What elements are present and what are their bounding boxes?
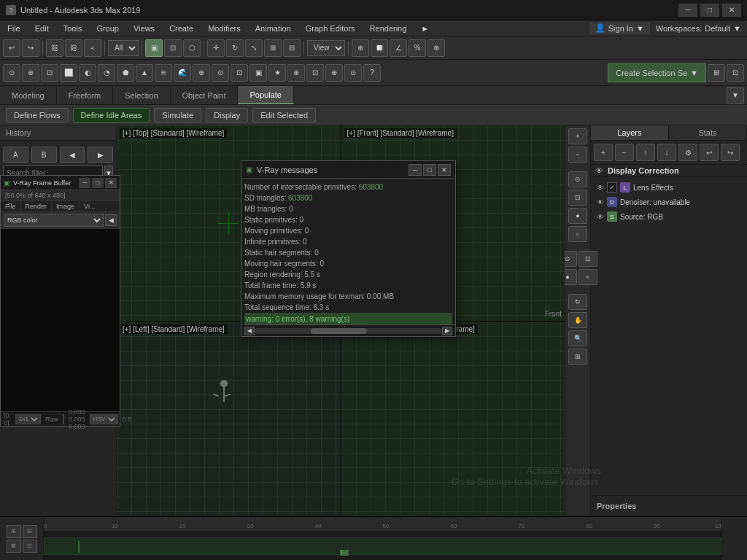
define-idle-button[interactable]: Define Idle Areas <box>73 108 150 122</box>
angle-snap-button[interactable]: ∠ <box>390 39 407 57</box>
r-add-button[interactable]: + <box>594 144 613 161</box>
link-button[interactable]: ⛓ <box>46 39 63 57</box>
tb-top-19[interactable]: ⊙ <box>344 64 362 82</box>
close-button[interactable]: ✕ <box>722 4 741 17</box>
tab-options-button[interactable]: ▼ <box>727 87 744 104</box>
tb-top-9[interactable]: ≋ <box>155 64 172 82</box>
vray-scrollbar-h[interactable]: ◀ ▶ <box>241 324 455 336</box>
stats-tab[interactable]: Stats <box>669 125 747 140</box>
r-up-button[interactable]: ↑ <box>636 144 655 161</box>
menu-edit[interactable]: Edit <box>28 20 56 36</box>
tb-top-8[interactable]: ▲ <box>136 64 153 82</box>
denoiser-visibility-icon[interactable]: 👁 <box>597 198 604 206</box>
unlink-button[interactable]: ⛓ <box>65 39 82 57</box>
tb-top-20[interactable]: ? <box>363 64 381 82</box>
nav-pan[interactable]: ✋ <box>568 312 587 328</box>
nav-view3-button[interactable]: ○ <box>568 226 587 242</box>
menu-modifiers[interactable]: Modifiers <box>201 20 248 36</box>
scale-button[interactable]: ⤡ <box>245 39 263 57</box>
tb-top-17[interactable]: ⊡ <box>306 64 324 82</box>
lens-visibility-icon[interactable]: 👁 <box>597 184 604 192</box>
nav-plus-button[interactable]: + <box>568 128 587 144</box>
vfb-maximize[interactable]: □ <box>92 178 104 188</box>
history-b-button[interactable]: B <box>31 147 57 163</box>
tb-top-12[interactable]: ⊙ <box>212 64 229 82</box>
define-flows-button[interactable]: Define Flows <box>6 108 69 122</box>
edit-selected-button[interactable]: Edit Selected <box>252 108 316 122</box>
nav-zoom[interactable]: 🔍 <box>568 330 587 346</box>
tb-top-4[interactable]: ⬜ <box>60 64 77 82</box>
vfb-titlebar[interactable]: ▣ V-Ray Frame Buffer ─ □ ✕ <box>1 176 120 190</box>
menu-create[interactable]: Create <box>162 20 201 36</box>
vray-maximize[interactable]: □ <box>423 164 436 176</box>
nav-view1-button[interactable]: ⊡ <box>568 190 587 206</box>
vray-close[interactable]: ✕ <box>438 164 451 176</box>
vfb-close[interactable]: ✕ <box>105 178 117 188</box>
select-region-button[interactable]: ⊡ <box>164 39 182 57</box>
nav-sphere-button[interactable]: ⊙ <box>568 171 587 187</box>
tb-extra-2[interactable]: ⊡ <box>727 64 744 82</box>
view-dropdown[interactable]: View <box>307 40 345 56</box>
vfb-tab-file[interactable]: File <box>1 201 21 211</box>
filter-dropdown[interactable]: All <box>108 40 139 56</box>
menu-group[interactable]: Group <box>89 20 126 36</box>
minimize-button[interactable]: ─ <box>678 4 697 17</box>
viewport-left[interactable]: [+] [Left] [Standard] [Wireframe] <box>117 322 341 517</box>
percent-snap-button[interactable]: % <box>409 39 426 57</box>
tb-top-15[interactable]: ★ <box>268 64 286 82</box>
rotate-button[interactable]: ↻ <box>226 39 244 57</box>
menu-tools[interactable]: Tools <box>56 20 90 36</box>
menu-rendering[interactable]: Rendering <box>363 20 414 36</box>
tb-top-1[interactable]: ⊙ <box>3 64 20 82</box>
history-next-button[interactable]: ▶ <box>88 147 113 163</box>
tb-top-18[interactable]: ⊕ <box>325 64 343 82</box>
mirror-button[interactable]: ⊞ <box>264 39 282 57</box>
menu-views[interactable]: Views <box>126 20 162 36</box>
tab-modeling[interactable]: Modeling <box>0 86 57 104</box>
vfb-minimize[interactable]: ─ <box>79 178 90 188</box>
visibility-icon[interactable]: 👁 <box>595 166 603 175</box>
tab-freeform[interactable]: Freeform <box>57 86 114 104</box>
tb-top-14[interactable]: ▣ <box>249 64 267 82</box>
select-object-button[interactable]: ▣ <box>145 39 163 57</box>
snap-toggle-button[interactable]: 🔲 <box>371 39 388 57</box>
maximize-button[interactable]: □ <box>700 4 719 17</box>
layer-button[interactable]: ⊕ <box>352 39 369 57</box>
r-settings-button[interactable]: ⚙ <box>678 144 697 161</box>
tb-top-5[interactable]: ◐ <box>79 64 96 82</box>
select-lasso-button[interactable]: ⬡ <box>183 39 201 57</box>
scroll-right-button[interactable]: ▶ <box>442 327 452 335</box>
timeline-bar[interactable] <box>44 532 721 560</box>
r-down-button[interactable]: ↓ <box>657 144 676 161</box>
nav-minus-button[interactable]: − <box>568 147 587 163</box>
tb-top-7[interactable]: ⬟ <box>117 64 134 82</box>
align-button[interactable]: ⊟ <box>283 39 301 57</box>
create-selection-button[interactable]: Create Selection Se ▼ <box>608 63 706 82</box>
nav-r4[interactable]: ≈ <box>578 269 597 285</box>
r-delete-button[interactable]: − <box>615 144 634 161</box>
nav-maximize[interactable]: ⊞ <box>568 349 587 365</box>
spinner-snap-button[interactable]: ⊕ <box>427 39 445 57</box>
history-a-button[interactable]: A <box>3 147 28 163</box>
scroll-left-button[interactable]: ◀ <box>244 327 255 335</box>
tb-top-6[interactable]: ◔ <box>98 64 115 82</box>
vfb-tab-view[interactable]: Vi... <box>80 201 99 211</box>
tb-top-11[interactable]: ⊕ <box>193 64 210 82</box>
layers-tab[interactable]: Layers <box>591 125 669 140</box>
tab-populate[interactable]: Populate <box>238 86 293 104</box>
tb-extra-1[interactable]: ⊞ <box>708 64 725 82</box>
nav-r2[interactable]: ⊡ <box>578 251 597 267</box>
lens-checkbox[interactable]: ✓ <box>607 182 617 192</box>
tb-top-16[interactable]: ⊕ <box>287 64 305 82</box>
r-undo-button[interactable]: ↩ <box>700 144 719 161</box>
vfb-size-select[interactable]: 1x1 <box>15 414 41 424</box>
tab-selection[interactable]: Selection <box>113 86 170 104</box>
nav-view2-button[interactable]: ● <box>568 208 587 224</box>
menu-file[interactable]: File <box>0 20 28 36</box>
vfb-options-button[interactable]: ◀ <box>105 214 117 226</box>
vfb-colorspace-select[interactable]: HSV <box>90 414 118 424</box>
bind-button[interactable]: ≈ <box>84 39 101 57</box>
vray-titlebar[interactable]: ▣ V-Ray messages ─ □ ✕ <box>241 161 455 179</box>
move-button[interactable]: ✛ <box>207 39 225 57</box>
vfb-tab-image[interactable]: Image <box>52 201 80 211</box>
